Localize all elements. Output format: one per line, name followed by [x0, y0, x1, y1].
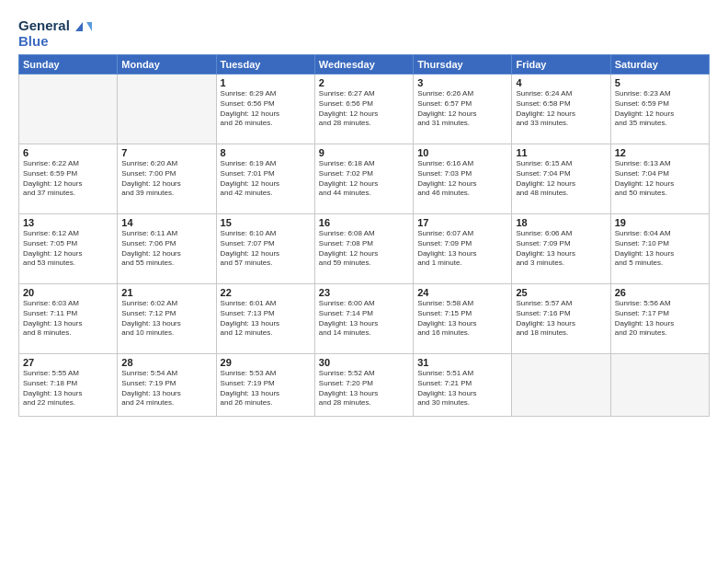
calendar-cell [610, 354, 709, 417]
day-detail: Sunrise: 6:23 AM Sunset: 6:59 PM Dayligh… [615, 89, 705, 129]
day-number: 12 [615, 147, 705, 158]
day-number: 22 [221, 287, 311, 298]
calendar-cell: 12Sunrise: 6:13 AM Sunset: 7:04 PM Dayli… [610, 144, 709, 214]
day-number: 19 [615, 217, 705, 228]
day-detail: Sunrise: 6:13 AM Sunset: 7:04 PM Dayligh… [615, 159, 705, 199]
day-detail: Sunrise: 6:02 AM Sunset: 7:12 PM Dayligh… [121, 299, 211, 339]
calendar-cell: 20Sunrise: 6:03 AM Sunset: 7:11 PM Dayli… [19, 284, 118, 354]
day-number: 8 [221, 147, 311, 158]
day-detail: Sunrise: 5:55 AM Sunset: 7:18 PM Dayligh… [23, 369, 113, 408]
day-detail: Sunrise: 6:24 AM Sunset: 6:58 PM Dayligh… [516, 89, 606, 129]
weekday-header-monday: Monday [118, 55, 216, 75]
calendar-cell: 29Sunrise: 5:53 AM Sunset: 7:19 PM Dayli… [216, 354, 314, 417]
calendar-cell [512, 354, 610, 417]
calendar-cell: 27Sunrise: 5:55 AM Sunset: 7:18 PM Dayli… [19, 354, 118, 417]
calendar-cell: 18Sunrise: 6:06 AM Sunset: 7:09 PM Dayli… [512, 214, 610, 284]
day-detail: Sunrise: 6:27 AM Sunset: 6:56 PM Dayligh… [319, 89, 409, 129]
day-detail: Sunrise: 6:10 AM Sunset: 7:07 PM Dayligh… [221, 229, 311, 269]
weekday-header-tuesday: Tuesday [216, 55, 314, 75]
day-number: 3 [417, 77, 507, 88]
day-number: 21 [121, 287, 211, 298]
calendar-cell: 30Sunrise: 5:52 AM Sunset: 7:20 PM Dayli… [314, 354, 413, 417]
weekday-header-friday: Friday [512, 55, 610, 75]
calendar-cell: 8Sunrise: 6:19 AM Sunset: 7:01 PM Daylig… [216, 144, 314, 214]
day-detail: Sunrise: 6:16 AM Sunset: 7:03 PM Dayligh… [417, 159, 507, 199]
calendar-cell: 28Sunrise: 5:54 AM Sunset: 7:19 PM Dayli… [118, 354, 216, 417]
day-detail: Sunrise: 5:52 AM Sunset: 7:20 PM Dayligh… [319, 369, 409, 408]
calendar-week-3: 13Sunrise: 6:12 AM Sunset: 7:05 PM Dayli… [19, 214, 710, 284]
day-detail: Sunrise: 6:03 AM Sunset: 7:11 PM Dayligh… [23, 299, 113, 339]
day-detail: Sunrise: 6:12 AM Sunset: 7:05 PM Dayligh… [23, 229, 113, 269]
day-number: 20 [23, 287, 113, 298]
day-detail: Sunrise: 5:58 AM Sunset: 7:15 PM Dayligh… [417, 299, 507, 339]
calendar-cell: 21Sunrise: 6:02 AM Sunset: 7:12 PM Dayli… [118, 284, 216, 354]
calendar-cell: 6Sunrise: 6:22 AM Sunset: 6:59 PM Daylig… [19, 144, 118, 214]
day-number: 23 [319, 287, 409, 298]
calendar-cell: 5Sunrise: 6:23 AM Sunset: 6:59 PM Daylig… [610, 75, 709, 144]
calendar-cell: 19Sunrise: 6:04 AM Sunset: 7:10 PM Dayli… [610, 214, 709, 284]
day-number: 10 [417, 147, 507, 158]
calendar-cell: 25Sunrise: 5:57 AM Sunset: 7:16 PM Dayli… [512, 284, 610, 354]
day-number: 6 [23, 147, 113, 158]
day-detail: Sunrise: 6:26 AM Sunset: 6:57 PM Dayligh… [417, 89, 507, 129]
day-detail: Sunrise: 6:18 AM Sunset: 7:02 PM Dayligh… [319, 159, 409, 199]
calendar-cell: 3Sunrise: 6:26 AM Sunset: 6:57 PM Daylig… [414, 75, 512, 144]
calendar-cell: 7Sunrise: 6:20 AM Sunset: 7:00 PM Daylig… [118, 144, 216, 214]
day-number: 7 [121, 147, 211, 158]
day-detail: Sunrise: 6:11 AM Sunset: 7:06 PM Dayligh… [121, 229, 211, 269]
day-number: 13 [23, 217, 113, 228]
day-detail: Sunrise: 6:08 AM Sunset: 7:08 PM Dayligh… [319, 229, 409, 269]
day-detail: Sunrise: 5:51 AM Sunset: 7:21 PM Dayligh… [417, 369, 507, 408]
calendar-cell [118, 75, 216, 144]
day-number: 24 [417, 287, 507, 298]
calendar-cell: 2Sunrise: 6:27 AM Sunset: 6:56 PM Daylig… [314, 75, 413, 144]
logo-text: General Blue [18, 18, 92, 49]
calendar-cell: 9Sunrise: 6:18 AM Sunset: 7:02 PM Daylig… [314, 144, 413, 214]
calendar-cell: 4Sunrise: 6:24 AM Sunset: 6:58 PM Daylig… [512, 75, 610, 144]
day-detail: Sunrise: 6:04 AM Sunset: 7:10 PM Dayligh… [615, 229, 705, 269]
day-number: 25 [516, 287, 606, 298]
calendar-cell: 16Sunrise: 6:08 AM Sunset: 7:08 PM Dayli… [314, 214, 413, 284]
day-number: 27 [23, 357, 113, 368]
day-number: 17 [417, 217, 507, 228]
calendar-cell: 15Sunrise: 6:10 AM Sunset: 7:07 PM Dayli… [216, 214, 314, 284]
day-detail: Sunrise: 5:57 AM Sunset: 7:16 PM Dayligh… [516, 299, 606, 339]
weekday-header-wednesday: Wednesday [314, 55, 413, 75]
day-number: 15 [221, 217, 311, 228]
calendar-week-2: 6Sunrise: 6:22 AM Sunset: 6:59 PM Daylig… [19, 144, 710, 214]
day-number: 1 [221, 77, 311, 88]
day-number: 4 [516, 77, 606, 88]
calendar-cell: 1Sunrise: 6:29 AM Sunset: 6:56 PM Daylig… [216, 75, 314, 144]
day-detail: Sunrise: 6:15 AM Sunset: 7:04 PM Dayligh… [516, 159, 606, 199]
calendar-cell: 24Sunrise: 5:58 AM Sunset: 7:15 PM Dayli… [414, 284, 512, 354]
calendar-week-5: 27Sunrise: 5:55 AM Sunset: 7:18 PM Dayli… [19, 354, 710, 417]
calendar-cell: 11Sunrise: 6:15 AM Sunset: 7:04 PM Dayli… [512, 144, 610, 214]
page-header: General Blue [18, 15, 710, 49]
day-detail: Sunrise: 6:20 AM Sunset: 7:00 PM Dayligh… [121, 159, 211, 199]
logo: General Blue [18, 18, 92, 49]
day-detail: Sunrise: 6:07 AM Sunset: 7:09 PM Dayligh… [417, 229, 507, 269]
day-number: 5 [615, 77, 705, 88]
calendar-cell: 14Sunrise: 6:11 AM Sunset: 7:06 PM Dayli… [118, 214, 216, 284]
calendar-week-1: 1Sunrise: 6:29 AM Sunset: 6:56 PM Daylig… [19, 75, 710, 144]
weekday-header-row: SundayMondayTuesdayWednesdayThursdayFrid… [19, 55, 710, 75]
calendar-cell: 17Sunrise: 6:07 AM Sunset: 7:09 PM Dayli… [414, 214, 512, 284]
day-detail: Sunrise: 5:53 AM Sunset: 7:19 PM Dayligh… [221, 369, 311, 408]
day-detail: Sunrise: 6:01 AM Sunset: 7:13 PM Dayligh… [221, 299, 311, 339]
day-number: 9 [319, 147, 409, 158]
day-detail: Sunrise: 5:56 AM Sunset: 7:17 PM Dayligh… [615, 299, 705, 339]
calendar-cell: 26Sunrise: 5:56 AM Sunset: 7:17 PM Dayli… [610, 284, 709, 354]
day-detail: Sunrise: 6:06 AM Sunset: 7:09 PM Dayligh… [516, 229, 606, 269]
day-detail: Sunrise: 5:54 AM Sunset: 7:19 PM Dayligh… [121, 369, 211, 408]
calendar-cell: 10Sunrise: 6:16 AM Sunset: 7:03 PM Dayli… [414, 144, 512, 214]
calendar-week-4: 20Sunrise: 6:03 AM Sunset: 7:11 PM Dayli… [19, 284, 710, 354]
calendar-cell: 23Sunrise: 6:00 AM Sunset: 7:14 PM Dayli… [314, 284, 413, 354]
day-detail: Sunrise: 6:00 AM Sunset: 7:14 PM Dayligh… [319, 299, 409, 339]
day-number: 28 [121, 357, 211, 368]
calendar-table: SundayMondayTuesdayWednesdayThursdayFrid… [18, 54, 710, 417]
day-detail: Sunrise: 6:29 AM Sunset: 6:56 PM Dayligh… [221, 89, 311, 129]
day-number: 16 [319, 217, 409, 228]
day-number: 31 [417, 357, 507, 368]
day-number: 30 [319, 357, 409, 368]
day-number: 29 [221, 357, 311, 368]
